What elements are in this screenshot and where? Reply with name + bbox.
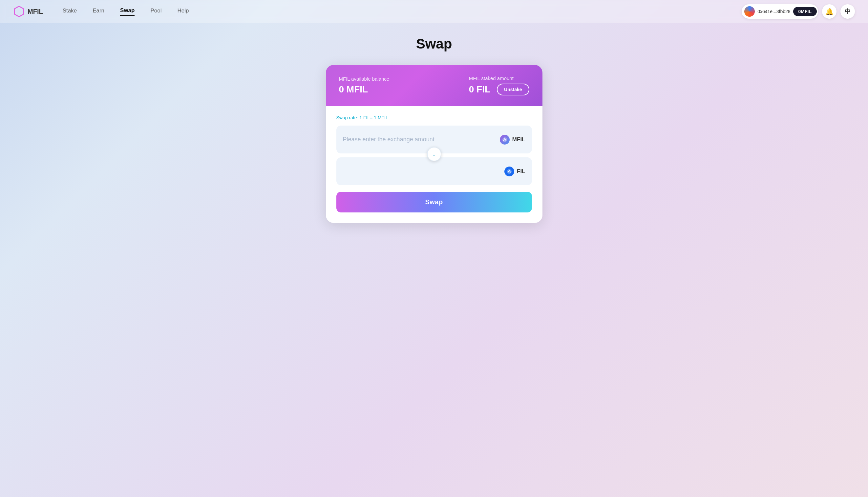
staked-right: 0 FIL Unstake xyxy=(469,84,529,95)
nav-earn[interactable]: Earn xyxy=(93,8,104,15)
unstake-button[interactable]: Unstake xyxy=(497,84,529,95)
logo-text: MFIL xyxy=(28,8,43,15)
wallet-badge[interactable]: 0x641e...3fbb28 0MFIL xyxy=(742,4,818,19)
language-button[interactable]: 中 xyxy=(840,4,855,19)
lang-icon: 中 xyxy=(845,8,851,15)
svg-point-1 xyxy=(502,137,507,142)
to-token-badge: FIL xyxy=(505,167,525,176)
to-output-area: FIL xyxy=(336,157,532,185)
available-balance-value: 0 MFIL xyxy=(339,84,389,95)
wallet-address: 0x641e...3fbb28 xyxy=(757,9,791,14)
arrow-down-icon: ↓ xyxy=(432,151,436,158)
staked-label: MFIL staked amount xyxy=(469,75,513,81)
fil-icon xyxy=(505,167,514,176)
staked-section: MFIL staked amount 0 FIL Unstake xyxy=(469,75,529,95)
nav-links: Stake Earn Swap Pool Help xyxy=(63,7,742,16)
swap-button[interactable]: Swap xyxy=(336,192,532,212)
nav-stake[interactable]: Stake xyxy=(63,8,77,15)
wallet-avatar-icon xyxy=(744,6,755,17)
from-amount-input[interactable] xyxy=(343,136,500,143)
available-balance-label: MFIL available balance xyxy=(339,76,389,82)
nav-pool[interactable]: Pool xyxy=(150,8,162,15)
staked-value: 0 FIL xyxy=(469,84,490,95)
card-body: Swap rate: 1 FIL= 1 MFIL MFIL ↓ xyxy=(326,106,542,223)
logo[interactable]: MFIL xyxy=(13,5,43,17)
notifications-button[interactable]: 🔔 xyxy=(822,4,837,19)
nav-help[interactable]: Help xyxy=(178,8,189,15)
nav-right: 0x641e...3fbb28 0MFIL 🔔 中 xyxy=(742,4,855,19)
svg-point-2 xyxy=(507,169,512,174)
to-token-label: FIL xyxy=(517,168,525,175)
from-token-badge: MFIL xyxy=(500,135,525,145)
svg-marker-0 xyxy=(14,6,24,17)
mfil-icon xyxy=(500,135,510,145)
swap-arrow-button[interactable]: ↓ xyxy=(427,147,441,161)
wallet-balance: 0MFIL xyxy=(793,7,817,16)
page-title: Swap xyxy=(416,36,452,52)
available-balance-section: MFIL available balance 0 MFIL xyxy=(339,76,389,95)
from-token-label: MFIL xyxy=(512,137,525,143)
swap-card: MFIL available balance 0 MFIL MFIL stake… xyxy=(326,65,542,223)
swap-rate: Swap rate: 1 FIL= 1 MFIL xyxy=(336,115,532,120)
bell-icon: 🔔 xyxy=(825,8,833,15)
nav-swap[interactable]: Swap xyxy=(120,7,135,16)
card-header: MFIL available balance 0 MFIL MFIL stake… xyxy=(326,65,542,106)
